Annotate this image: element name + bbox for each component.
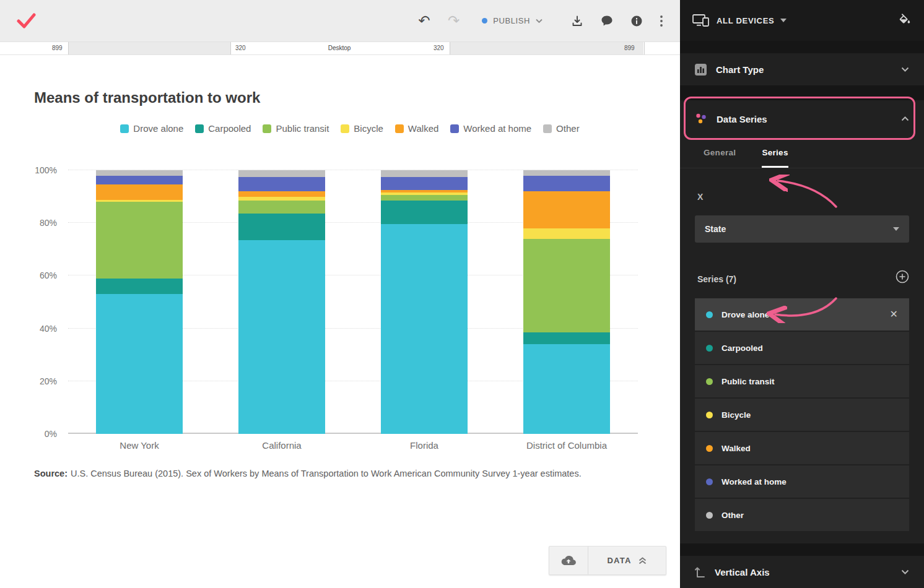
devices-icon	[692, 14, 709, 27]
data-series-header[interactable]: Data Series	[680, 100, 924, 137]
cloud-upload-icon	[560, 555, 577, 566]
publish-status-dot	[482, 18, 487, 24]
y-tick-label: 40%	[40, 324, 57, 334]
sidebar-header: ALL DEVICES	[680, 0, 924, 41]
bar-segment-other	[238, 170, 325, 177]
chart-legend: Drove aloneCarpooledPublic transitBicycl…	[56, 123, 644, 134]
bar-segment-carpooled	[523, 332, 610, 344]
ruler-label-left-width: 899	[52, 45, 63, 51]
y-tick-label: 20%	[40, 376, 57, 386]
chart-type-header[interactable]: Chart Type	[680, 53, 924, 85]
series-item-label: Carpooled	[721, 344, 763, 353]
redo-icon: ↷	[448, 12, 460, 28]
ruler-label-right-breakpoint: 320	[434, 45, 444, 51]
add-series-button[interactable]	[896, 270, 909, 283]
chevron-down-icon	[536, 19, 543, 23]
series-color-dot	[706, 311, 713, 318]
series-item-carpooled[interactable]: Carpooled	[695, 332, 909, 364]
series-item-other[interactable]: Other	[695, 499, 909, 531]
bar-segment-walked	[96, 184, 183, 200]
chevron-down-icon	[901, 67, 909, 72]
legend-item-carpooled: Carpooled	[195, 123, 251, 134]
legend-swatch	[450, 124, 459, 133]
chart-title[interactable]: Means of transportation to work	[34, 87, 260, 108]
bar-segment-walked	[523, 191, 610, 228]
comments-button[interactable]	[601, 15, 613, 27]
data-button[interactable]: DATA	[549, 546, 666, 575]
legend-label: Public transit	[276, 123, 329, 134]
chevron-down-icon	[780, 19, 787, 22]
series-item-worked-at-home[interactable]: Worked at home	[695, 465, 909, 498]
more-options-button[interactable]	[660, 15, 663, 27]
x-field-dropdown[interactable]: State	[695, 215, 909, 243]
undo-button[interactable]: ↶	[419, 14, 430, 28]
bar-segment-bicycle	[238, 197, 325, 201]
legend-label: Walked	[408, 123, 438, 134]
bar-segment-walked	[381, 190, 468, 192]
legend-label: Drove alone	[133, 123, 183, 134]
bar-segment-drove-alone	[523, 344, 610, 434]
download-button[interactable]	[571, 15, 583, 27]
legend-swatch	[120, 124, 129, 133]
legend-swatch	[543, 124, 552, 133]
x-axis: New YorkCaliforniaFloridaDistrict of Col…	[68, 440, 638, 452]
ruler-tick	[450, 42, 450, 54]
bar-segment-other	[523, 170, 610, 176]
legend-label: Bicycle	[354, 123, 383, 134]
devices-selector[interactable]: ALL DEVICES	[717, 16, 774, 25]
redo-button[interactable]: ↷	[448, 14, 460, 28]
vertical-axis-header[interactable]: Vertical Axis	[680, 556, 924, 588]
bar-segment-other	[381, 170, 468, 177]
toolbar: ↶ ↷ PUBLISH	[0, 0, 680, 42]
chart-canvas: Means of transportation to work Drove al…	[0, 55, 680, 587]
section-data-series: Data Series General Series X State Serie…	[680, 100, 924, 543]
app-logo-check[interactable]	[16, 13, 37, 29]
legend-label: Worked at home	[463, 123, 531, 134]
x-category-label: District of Columbia	[495, 440, 638, 451]
publish-label: PUBLISH	[493, 16, 530, 25]
plus-circle-icon	[896, 270, 909, 283]
chevron-down-icon	[893, 227, 899, 231]
series-color-dot	[706, 378, 713, 385]
plot-area[interactable]	[68, 170, 638, 434]
series-item-walked[interactable]: Walked	[695, 432, 909, 464]
bar-segment-worked-at-home	[238, 177, 325, 191]
bar-segment-public-transit	[238, 201, 325, 214]
info-button[interactable]	[630, 15, 643, 27]
ruler-label-left-breakpoint: 320	[235, 45, 246, 51]
ruler-label-device: Desktop	[313, 45, 366, 51]
double-chevron-up-icon	[639, 557, 647, 564]
editor-main-pane: ↶ ↷ PUBLISH	[0, 0, 680, 588]
legend-swatch	[395, 124, 404, 133]
series-item-public-transit[interactable]: Public transit	[695, 365, 909, 397]
series-item-label: Walked	[721, 444, 751, 453]
series-color-dot	[706, 412, 713, 418]
bar-segment-drove-alone	[96, 294, 183, 434]
bar-segment-public-transit	[96, 202, 183, 279]
remove-series-icon[interactable]: ✕	[890, 309, 898, 319]
kebab-menu-icon	[660, 15, 663, 27]
source-prefix: Source:	[34, 469, 68, 478]
tab-series[interactable]: Series	[762, 137, 788, 168]
info-icon	[630, 15, 643, 27]
bar-segment-drove-alone	[238, 240, 325, 434]
series-item-bicycle[interactable]: Bicycle	[695, 399, 909, 431]
legend-swatch	[341, 124, 349, 133]
series-item-label: Drove alone	[721, 310, 769, 319]
bar-segment-worked-at-home	[96, 176, 183, 185]
fill-color-button[interactable]	[898, 14, 912, 27]
section-chart-type: Chart Type	[680, 53, 924, 85]
series-item-drove-alone[interactable]: Drove alone✕	[695, 298, 909, 331]
bar-segment-public-transit	[523, 239, 610, 332]
bar-segment-other	[96, 170, 183, 176]
bar-segment-drove-alone	[381, 224, 468, 434]
bar-segment-bicycle	[381, 192, 468, 195]
publish-button[interactable]: PUBLISH	[482, 16, 543, 25]
source-text: U.S. Census Bureau (2015). Sex of Worker…	[71, 469, 582, 478]
x-category-label: California	[211, 440, 353, 451]
tab-general[interactable]: General	[704, 137, 736, 168]
breakpoint-ruler: 899 320 Desktop 320 899	[0, 42, 680, 55]
series-color-dot	[706, 445, 713, 452]
vertical-axis-label: Vertical Axis	[715, 567, 770, 577]
series-item-label: Other	[721, 511, 744, 520]
